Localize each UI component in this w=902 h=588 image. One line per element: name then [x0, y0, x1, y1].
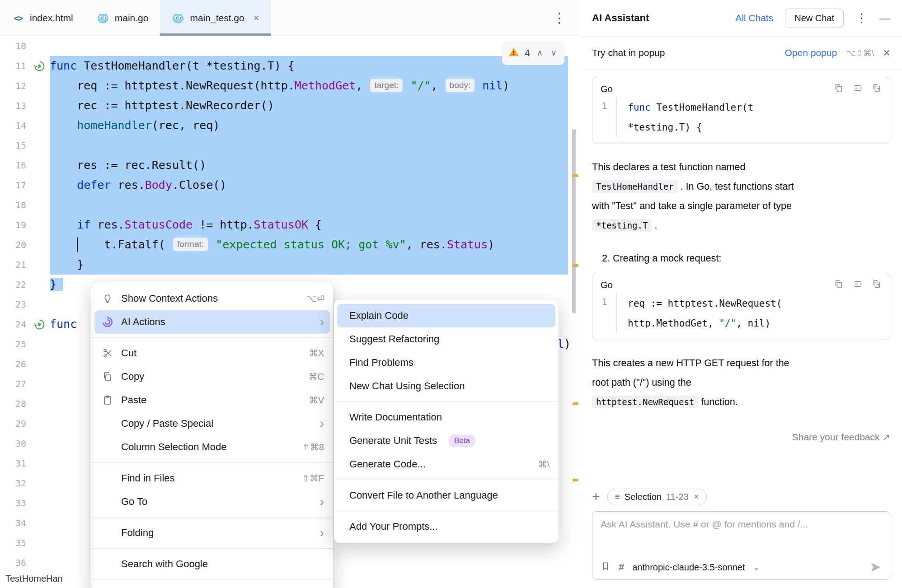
copy-snippet-icon[interactable]	[834, 83, 844, 95]
context-menu-item-search-with-google[interactable]: Search with Google	[94, 552, 330, 576]
line-number[interactable]: 19	[0, 215, 29, 235]
context-menu-item-copy-paste-special[interactable]: Copy / Paste Special›	[94, 412, 330, 435]
line-number[interactable]: 24	[0, 314, 29, 334]
code-block-header: Go	[592, 273, 890, 293]
code-text[interactable]: res := rec.Result()	[50, 155, 568, 175]
ai-submenu-item-convert-file-to-another-language[interactable]: Convert File to Another Language	[337, 484, 555, 507]
line-number[interactable]: 25	[0, 334, 29, 354]
ai-submenu-item-new-chat-using-selection[interactable]: New Chat Using Selection	[337, 374, 555, 398]
code-text[interactable]	[50, 135, 568, 155]
code-text[interactable]	[50, 36, 568, 56]
line-number[interactable]: 34	[0, 513, 29, 533]
ai-submenu-item-write-documentation[interactable]: Write Documentation	[337, 406, 555, 429]
code-text[interactable]: if res.StatusCode != http.StatusOK {	[50, 215, 568, 235]
line-number[interactable]: 21	[0, 255, 29, 275]
context-menu-item-ai-actions[interactable]: AI Actions›	[94, 310, 330, 334]
text-segment: with "Test" and take a single parameter …	[592, 201, 792, 211]
line-number[interactable]: 15	[0, 135, 29, 155]
context-menu-item-show-context-actions[interactable]: Show Context Actions⌥⏎	[94, 287, 330, 310]
hash-mention-icon[interactable]: #	[619, 561, 624, 573]
new-file-snippet-icon[interactable]	[872, 279, 882, 291]
line-number[interactable]: 30	[0, 434, 29, 453]
ai-submenu-item-generate-unit-tests[interactable]: Generate Unit TestsBeta	[337, 429, 555, 453]
open-popup-link[interactable]: Open popup	[785, 47, 837, 58]
tab-main-go[interactable]: main.go	[85, 0, 160, 36]
ai-submenu-item-suggest-refactoring[interactable]: Suggest Refactoring	[337, 327, 555, 351]
line-number[interactable]: 12	[0, 76, 29, 96]
context-menu-item-cut[interactable]: Cut⌘X	[94, 341, 330, 365]
line-number[interactable]: 20	[0, 235, 29, 255]
line-number[interactable]: 35	[0, 533, 29, 553]
line-number[interactable]: 33	[0, 493, 29, 513]
html-file-icon: <>	[12, 12, 24, 24]
next-problem-icon[interactable]: ∨	[550, 43, 558, 63]
editor-scrollbar[interactable]	[572, 129, 576, 313]
line-number[interactable]: 18	[0, 195, 29, 215]
ai-submenu-item-explain-code[interactable]: Explain Code	[337, 304, 555, 327]
tab-main-test-go[interactable]: main_test.go ×	[160, 0, 271, 36]
line-number[interactable]: 13	[0, 96, 29, 116]
code-text[interactable]: func TestHomeHandler(t *testing.T) {	[50, 56, 568, 76]
ai-submenu-item-find-problems[interactable]: Find Problems	[337, 351, 555, 374]
code-text[interactable]: defer res.Body.Close()	[50, 175, 568, 195]
line-number[interactable]: 10	[0, 36, 29, 56]
minimize-panel-icon[interactable]: —	[879, 12, 890, 24]
add-context-button[interactable]: +	[592, 490, 600, 504]
panel-title: AI Assistant	[592, 12, 649, 24]
chat-input-box[interactable]: Ask AI Assistant. Use # or @ for mention…	[592, 511, 890, 580]
line-number[interactable]: 14	[0, 116, 29, 135]
ai-submenu-item-generate-code[interactable]: Generate Code...⌘\	[337, 453, 555, 476]
code-text[interactable]: req := httptest.NewRequest(http.MethodGe…	[50, 76, 568, 96]
code-text[interactable]: rec := httptest.NewRecorder()	[50, 96, 568, 116]
selection-context-chip[interactable]: ≡ Selection 11-23 ×	[607, 489, 707, 505]
context-menu-item-paste[interactable]: Paste⌘V	[94, 388, 330, 412]
ai-submenu-item-add-your-prompts[interactable]: Add Your Prompts...	[337, 515, 555, 538]
copy-snippet-icon[interactable]	[834, 279, 844, 291]
insert-snippet-icon[interactable]	[853, 83, 863, 95]
banner-close-icon[interactable]: ×	[883, 46, 890, 60]
editor-options-kebab-icon[interactable]: ⋮	[539, 10, 580, 26]
context-menu-item-find-in-files[interactable]: Find in Files⇧⌘F	[94, 467, 330, 490]
inspections-widget[interactable]: 4 ∧ ∨	[502, 41, 564, 65]
breadcrumb-item[interactable]: TestHomeHan	[5, 574, 63, 584]
tab-index-html[interactable]: <> index.html	[0, 0, 85, 36]
code-token: (rec, req)	[152, 119, 220, 132]
prompt-library-icon[interactable]	[601, 561, 611, 573]
code-text[interactable]	[50, 195, 568, 215]
all-chats-link[interactable]: All Chats	[735, 13, 773, 23]
context-menu-item-copy[interactable]: Copy⌘C	[94, 365, 330, 388]
new-file-snippet-icon[interactable]	[872, 83, 882, 95]
previous-problem-icon[interactable]: ∧	[536, 43, 544, 63]
run-test-icon[interactable]	[29, 314, 50, 334]
new-chat-button[interactable]: New Chat	[785, 9, 844, 28]
send-message-icon[interactable]	[870, 561, 882, 573]
context-menu-item-folding[interactable]: Folding›	[94, 521, 330, 545]
line-number[interactable]: 29	[0, 414, 29, 434]
line-number[interactable]: 28	[0, 394, 29, 414]
line-number[interactable]: 22	[0, 275, 29, 294]
line-number[interactable]: 31	[0, 453, 29, 473]
insert-snippet-icon[interactable]	[853, 279, 863, 291]
close-tab-icon[interactable]: ×	[254, 12, 259, 24]
line-number[interactable]: 26	[0, 354, 29, 374]
context-menu-item-go-to[interactable]: Go To›	[94, 490, 330, 513]
gutter-icon-slot	[29, 493, 50, 513]
line-number[interactable]: 11	[0, 56, 29, 76]
line-number[interactable]: 23	[0, 294, 29, 314]
code-token: func	[50, 317, 84, 331]
code-text[interactable]: t.Fatalf( format: "expected status OK; g…	[50, 235, 568, 255]
panel-options-kebab-icon[interactable]: ⋮	[855, 11, 868, 25]
menu-shortcut: ⌘V	[309, 395, 324, 406]
model-selector[interactable]: anthropic-claude-3.5-sonnet	[632, 562, 745, 573]
share-feedback-link[interactable]: Share your feedback ↗	[792, 432, 890, 442]
ai-swirl-icon	[100, 316, 115, 328]
code-text[interactable]: }	[50, 255, 568, 275]
code-text[interactable]: homeHandler(rec, req)	[50, 116, 568, 135]
line-number[interactable]: 17	[0, 175, 29, 195]
run-test-icon[interactable]	[29, 56, 50, 76]
remove-selection-icon[interactable]: ×	[694, 492, 699, 502]
line-number[interactable]: 32	[0, 473, 29, 493]
line-number[interactable]: 16	[0, 155, 29, 175]
line-number[interactable]: 27	[0, 374, 29, 394]
context-menu-item-column-selection-mode[interactable]: Column Selection Mode⇧⌘8	[94, 435, 330, 459]
